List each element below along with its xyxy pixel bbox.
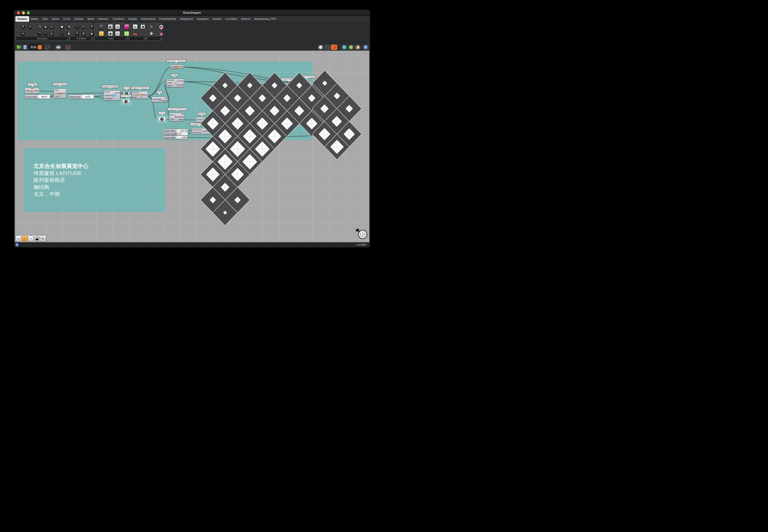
- component-construct-domain[interactable]: Domain startDomain end0 1Domain: [191, 128, 210, 134]
- toggle-preview-tool[interactable]: [34, 236, 40, 241]
- hex-icon[interactable]: A: [81, 31, 86, 36]
- slider-700[interactable]: Number Slider700: [24, 94, 50, 99]
- component-plane-surface[interactable]: PlaneX SizeY SizePlane: [54, 89, 66, 98]
- input-nub[interactable]: [169, 115, 170, 116]
- hex-icon[interactable]: ↗: [27, 24, 33, 29]
- output-nub[interactable]: [165, 119, 166, 120]
- menu-tab-elefront[interactable]: Elefront: [239, 16, 253, 22]
- preview-wireframe-button[interactable]: [324, 45, 330, 50]
- sq-icon[interactable]: [124, 24, 129, 29]
- input-nub[interactable]: [103, 95, 104, 96]
- slider-095[interactable]: Number Slider0.95: [163, 136, 188, 139]
- input-port-label[interactable]: Domain end: [193, 132, 201, 134]
- zoom-extents-button[interactable]: [45, 45, 50, 50]
- output-nub[interactable]: [119, 98, 121, 99]
- sketch-tool-button[interactable]: [65, 45, 71, 50]
- menu-tab-mesh[interactable]: Mesh: [85, 16, 96, 22]
- input-nub[interactable]: [122, 93, 124, 94]
- sq-icon[interactable]: ∞: [132, 24, 138, 29]
- input-port-label[interactable]: Curves B: [133, 94, 139, 96]
- output-nub[interactable]: [187, 137, 188, 138]
- sq-icon[interactable]: ↓: [99, 24, 104, 29]
- input-nub[interactable]: [131, 95, 132, 96]
- menu-tab-human[interactable]: Human: [211, 16, 223, 22]
- component-custom-preview[interactable]: [305, 81, 312, 85]
- icon-tree-icon[interactable]: [140, 24, 145, 29]
- hex-icon[interactable]: Y: [20, 24, 26, 29]
- hex-icon[interactable]: ⌒: [37, 31, 42, 36]
- group-expand-icon[interactable]: ▾: [160, 38, 161, 40]
- zoom-control[interactable]: 91% ⌄: [29, 44, 43, 50]
- hex-icon[interactable]: 0.1: [81, 24, 86, 29]
- group-expand-icon[interactable]: ▾: [67, 38, 68, 40]
- save-file-button[interactable]: [22, 45, 28, 50]
- input-port-label[interactable]: Point: [170, 114, 174, 116]
- output-port-label[interactable]: Geometry: [176, 80, 184, 82]
- sq-icon[interactable]: ≡: [115, 31, 120, 36]
- group-preview-button[interactable]: [363, 45, 369, 50]
- component-xz-plane[interactable]: XZOriginPlane: [24, 88, 39, 94]
- component-region-intersection[interactable]: Curves ACurves BPlaneResult: [132, 91, 148, 99]
- input-port-label[interactable]: Numbers: [197, 119, 203, 121]
- slider-077[interactable]: Number Slider0.77: [163, 129, 188, 132]
- paint-bucket-tool[interactable]: [22, 236, 27, 241]
- selection-tool-1-button[interactable]: [341, 45, 347, 50]
- output-nub[interactable]: [66, 93, 67, 94]
- selection-tool-3-button[interactable]: [355, 45, 361, 50]
- info-badge[interactable]: !: [15, 243, 19, 247]
- open-file-button[interactable]: [16, 45, 21, 50]
- curve-param-2[interactable]: ◎: [158, 117, 166, 122]
- menu-tab-maths[interactable]: Maths: [29, 16, 40, 22]
- menu-tab-kangaroo[interactable]: Kangaroo: [195, 16, 211, 22]
- menu-tab-intersect[interactable]: Intersect: [96, 16, 110, 22]
- input-nub[interactable]: [166, 83, 167, 84]
- input-nub[interactable]: [157, 119, 159, 120]
- component-area[interactable]: Geometrym²AreaCentroid: [151, 97, 167, 102]
- nav-ball[interactable]: [356, 229, 367, 239]
- input-port-label[interactable]: Factor: [167, 85, 172, 87]
- component-colour-swatch[interactable]: Sw: [285, 84, 291, 86]
- input-port-label[interactable]: Domain start: [193, 129, 202, 131]
- menu-tab-lunchbox[interactable]: LunchBox: [223, 16, 239, 22]
- hex-icon[interactable]: ◇: [49, 31, 54, 36]
- input-port-label[interactable]: Edges: [171, 66, 175, 68]
- input-port-label[interactable]: Geometry: [152, 99, 160, 100]
- menu-tab-magnetizing_fpg[interactable]: Magnetizing_FPG: [253, 16, 278, 22]
- input-nub[interactable]: [103, 98, 104, 100]
- component-bounds[interactable]: Numbersmin max: [196, 117, 205, 122]
- input-port-label[interactable]: Origin: [25, 90, 30, 92]
- input-port-label[interactable]: Curves A: [133, 92, 139, 94]
- output-nub[interactable]: [209, 131, 211, 132]
- output-nub[interactable]: [183, 66, 184, 68]
- hex-icon[interactable]: ◯: [37, 24, 42, 29]
- geometry-param[interactable]: ◎: [122, 99, 130, 104]
- menu-tab-panelingtools[interactable]: PanelingTools: [157, 16, 178, 22]
- preview-toggle-button[interactable]: [55, 45, 61, 50]
- menu-tab-transform[interactable]: Transform: [110, 16, 126, 22]
- icon-arrow-icon[interactable]: [149, 31, 154, 36]
- component-diamond-panels[interactable]: SurfaceU DivisionsV DivisionsDiamond Pan…: [104, 90, 120, 101]
- input-nub[interactable]: [122, 101, 123, 102]
- icon-arrow-icon[interactable]: [149, 24, 154, 29]
- icon-flask-icon[interactable]: [159, 31, 164, 36]
- output-nub[interactable]: [129, 93, 130, 94]
- menu-tab-curve[interactable]: Curve: [61, 16, 72, 22]
- icon-cherries-icon[interactable]: [132, 31, 138, 36]
- zoom-dropdown-button[interactable]: ⌄: [38, 45, 42, 49]
- component-scale[interactable]: GeometryCenterFactorGeometryTransform: [166, 79, 184, 87]
- output-nub[interactable]: [50, 96, 50, 97]
- output-port-label[interactable]: Domain: [204, 130, 209, 132]
- input-nub[interactable]: [191, 132, 192, 134]
- sq-icon[interactable]: ∿: [99, 31, 104, 36]
- input-nub[interactable]: [24, 90, 25, 92]
- output-nub[interactable]: [166, 98, 168, 99]
- preview-shaded-button[interactable]: [331, 45, 337, 50]
- redraw-timer-tool[interactable]: ↻: [40, 236, 46, 241]
- output-nub[interactable]: [39, 90, 40, 92]
- input-port-label[interactable]: Geometry: [167, 80, 174, 81]
- menu-tab-vector[interactable]: Vector: [50, 16, 61, 22]
- slider-track[interactable]: 0.29: [176, 132, 188, 135]
- input-nub[interactable]: [103, 92, 104, 93]
- output-port-label[interactable]: Plane: [61, 93, 66, 94]
- hex-icon[interactable]: ▱: [49, 24, 54, 29]
